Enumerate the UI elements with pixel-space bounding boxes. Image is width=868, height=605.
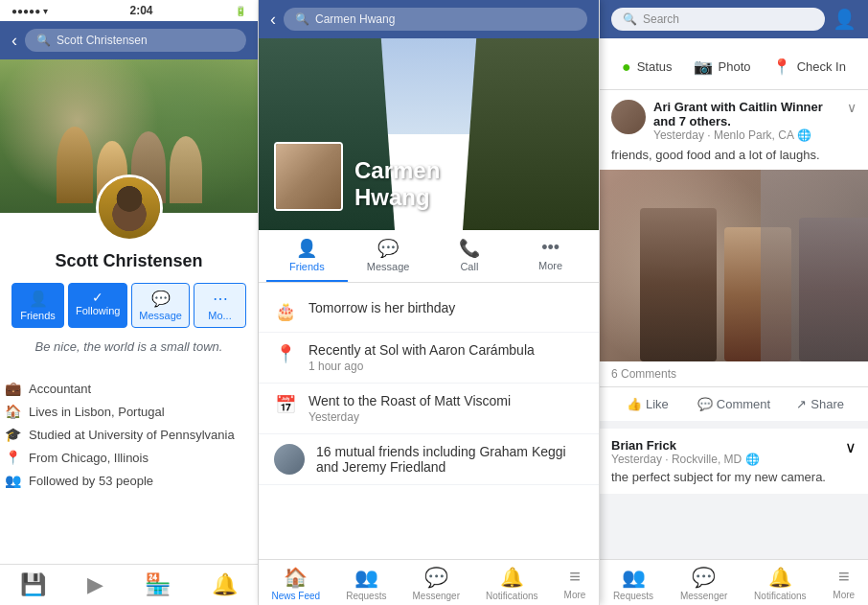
p1-nav-video[interactable]: ▶ bbox=[87, 572, 103, 597]
p2-nav-more[interactable]: ≡ More bbox=[564, 566, 586, 601]
p1-search-bar[interactable]: 🔍 Scott Christensen bbox=[25, 29, 246, 52]
hometown-icon: 📍 bbox=[4, 450, 21, 465]
detail-followers: 👥 Followed by 53 people bbox=[4, 469, 254, 492]
messenger-icon: 💬 bbox=[692, 566, 716, 589]
post-author-name: Ari Grant with Caitlin Winner and 7 othe… bbox=[653, 100, 839, 128]
post-ari-grant: Ari Grant with Caitlin Winner and 7 othe… bbox=[600, 90, 868, 421]
checkin-composer-btn[interactable]: 📍 Check In bbox=[765, 54, 854, 80]
friends-tab-icon: 👤 bbox=[296, 238, 317, 259]
following-button[interactable]: ✓ Following bbox=[68, 283, 127, 328]
panel-scott-christensen: ●●●●● ▾ 2:04 🔋 ‹ 🔍 Scott Christensen bbox=[0, 0, 259, 605]
p2-profile-area: Carmen Hwang bbox=[274, 142, 440, 211]
time-display: 2:04 bbox=[129, 4, 152, 17]
info-location: 📍 Recently at Sol with Aaron Carámbula 1… bbox=[259, 333, 599, 384]
p2-nav-messenger[interactable]: 💬 Messenger bbox=[413, 566, 460, 601]
followers-text: Followed by 53 people bbox=[29, 474, 153, 488]
p2-nav-newsfeed[interactable]: 🏠 News Feed bbox=[272, 566, 321, 601]
p3-nav-requests[interactable]: 👥 Requests bbox=[613, 566, 653, 601]
tab-message[interactable]: 💬 Message bbox=[348, 230, 429, 282]
p2-name-block: Carmen Hwang bbox=[354, 157, 440, 211]
mutual-friend-avatar bbox=[274, 444, 305, 475]
p2-back-button[interactable]: ‹ bbox=[270, 10, 276, 30]
p2-name-first: Carmen bbox=[354, 157, 440, 184]
more-nav-icon: ≡ bbox=[569, 566, 581, 588]
p1-back-button[interactable]: ‹ bbox=[11, 31, 17, 51]
p2-nav-requests[interactable]: 👥 Requests bbox=[346, 566, 386, 601]
p3-nav-more[interactable]: ≡ More bbox=[833, 566, 855, 601]
more-button[interactable]: ⋯ Mo... bbox=[194, 283, 246, 328]
post-stats: 6 Comments bbox=[600, 361, 868, 387]
notifications-label: Notifications bbox=[486, 591, 537, 601]
call-tab-label: Call bbox=[460, 261, 478, 272]
p1-bottom-nav: 💾 ▶ 🏪 🔔 bbox=[0, 564, 258, 605]
messenger-label: Messenger bbox=[413, 591, 460, 601]
p2-nav-notifications[interactable]: 🔔 Notifications bbox=[486, 566, 537, 601]
p3-header: 🔍 Search 👤 bbox=[600, 0, 868, 38]
like-button[interactable]: 👍 Like bbox=[607, 391, 688, 417]
checkin-pin-icon: 📍 bbox=[772, 58, 791, 76]
p2-nav-bar: ‹ 🔍 Carmen Hwang bbox=[259, 0, 599, 38]
tab-call[interactable]: 📞 Call bbox=[429, 230, 511, 282]
panel-carmen-hwang: ‹ 🔍 Carmen Hwang Carmen Hwang 👤 Friends bbox=[259, 0, 600, 605]
search-icon: 🔍 bbox=[295, 12, 309, 26]
p2-profile-avatar bbox=[274, 142, 343, 211]
comment-icon: 💬 bbox=[697, 397, 713, 411]
status-composer-btn[interactable]: ● Status bbox=[614, 54, 680, 80]
comment-time: Yesterday · Rockville, MD 🌐 bbox=[611, 453, 760, 466]
search-icon: 🔍 bbox=[36, 34, 51, 47]
p1-nav-save[interactable]: 💾 bbox=[20, 572, 46, 597]
comment-button[interactable]: 💬 Comment bbox=[692, 391, 776, 417]
notifications-icon: 🔔 bbox=[500, 566, 524, 589]
location-text: Recently at Sol with Aaron Carámbula bbox=[308, 342, 535, 358]
p1-nav-store[interactable]: 🏪 bbox=[145, 572, 171, 597]
messenger-icon: 💬 bbox=[151, 290, 171, 308]
p3-nav-messenger[interactable]: 💬 Messenger bbox=[680, 566, 727, 601]
post-author-avatar bbox=[611, 100, 646, 134]
p2-bottom-nav: 🏠 News Feed 👥 Requests 💬 Messenger 🔔 Not… bbox=[259, 559, 599, 605]
checkin-label: Check In bbox=[797, 59, 846, 74]
p2-avatar-img bbox=[276, 144, 341, 209]
p3-bottom-nav: 👥 Requests 💬 Messenger 🔔 Notifications ≡… bbox=[600, 559, 868, 605]
p2-action-tabs: 👤 Friends 💬 Message 📞 Call ••• More bbox=[259, 230, 599, 283]
requests-label: Requests bbox=[346, 591, 386, 601]
p3-search-placeholder: Search bbox=[643, 12, 679, 26]
tab-more[interactable]: ••• More bbox=[510, 230, 591, 282]
p1-nav-bell[interactable]: 🔔 bbox=[212, 572, 238, 597]
newsfeed-icon: 🏠 bbox=[284, 566, 308, 589]
p3-composer-actions: ● Status 📷 Photo 📍 Check In bbox=[611, 48, 857, 80]
p2-search-bar[interactable]: 🔍 Carmen Hwang bbox=[284, 8, 587, 31]
post-text: friends, good food and a lot of laughs. bbox=[600, 148, 868, 170]
more-nav-label: More bbox=[564, 590, 586, 600]
messenger-label: Messenger bbox=[680, 591, 727, 601]
location-pin-icon: 📍 bbox=[274, 343, 297, 364]
brian-frick-name: Brian Frick Yesterday · Rockville, MD 🌐 bbox=[611, 438, 760, 466]
friends-button[interactable]: 👤 Friends bbox=[11, 283, 64, 328]
signal-indicator: ●●●●● ▾ bbox=[11, 6, 48, 16]
p3-feed-content: Ari Grant with Caitlin Winner and 7 othe… bbox=[600, 90, 868, 559]
info-event: 📅 Went to the Roast of Matt Viscomi Yest… bbox=[259, 384, 599, 434]
info-mutual-friends: 16 mutual friends including Graham Keggi… bbox=[259, 434, 599, 485]
p3-nav-notifications[interactable]: 🔔 Notifications bbox=[754, 566, 806, 601]
panel-newsfeed: 🔍 Search 👤 ● Status 📷 Photo 📍 Check In bbox=[600, 0, 868, 605]
more-tab-label: More bbox=[538, 260, 562, 271]
message-button[interactable]: 💬 Message bbox=[131, 283, 190, 328]
p1-search-text: Scott Christensen bbox=[57, 34, 148, 47]
messenger-icon: 💬 bbox=[424, 566, 448, 589]
message-label: Message bbox=[139, 310, 182, 321]
p3-user-icon[interactable]: 👤 bbox=[833, 8, 857, 31]
event-text: Went to the Roast of Matt Viscomi bbox=[308, 393, 511, 408]
event-time: Yesterday bbox=[308, 410, 511, 424]
newsfeed-label: News Feed bbox=[272, 591, 321, 601]
tab-friends[interactable]: 👤 Friends bbox=[266, 230, 348, 282]
hometown-text: From Chicago, Illinois bbox=[29, 451, 148, 465]
share-button[interactable]: ↗ Share bbox=[780, 391, 860, 417]
status-icon: ● bbox=[622, 58, 631, 76]
like-label: Like bbox=[646, 397, 669, 411]
photo-composer-btn[interactable]: 📷 Photo bbox=[686, 54, 759, 80]
commenter-name: Brian Frick bbox=[611, 438, 760, 453]
p3-search-bar[interactable]: 🔍 Search bbox=[611, 8, 825, 31]
post-chevron-icon[interactable]: ∨ bbox=[847, 100, 857, 115]
p1-details: 💼 Accountant 🏠 Lives in Lisbon, Portugal… bbox=[0, 377, 258, 492]
post-chevron-icon[interactable]: ∨ bbox=[845, 438, 857, 456]
mutual-friends-text: 16 mutual friends including Graham Keggi… bbox=[316, 444, 583, 475]
